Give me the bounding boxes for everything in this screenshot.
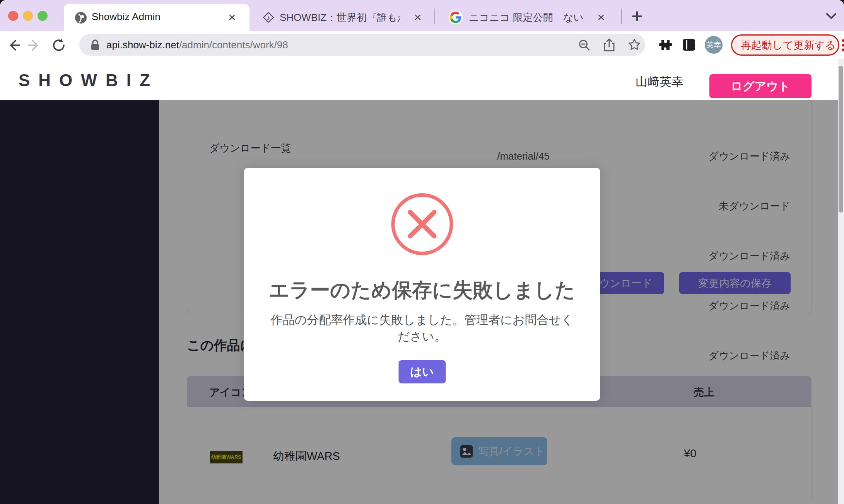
browser-menu-kebab-icon[interactable] xyxy=(841,38,844,53)
close-icon[interactable]: × xyxy=(414,10,422,24)
scrollbar-thumb[interactable] xyxy=(839,66,843,213)
confirm-button[interactable]: はい xyxy=(398,360,446,383)
traffic-light-close[interactable] xyxy=(8,11,18,21)
tab-title: Showbiz Admin xyxy=(92,11,161,23)
tab-search-chevron-icon[interactable] xyxy=(825,12,837,20)
tab-divider xyxy=(621,9,622,24)
logout-button[interactable]: ログアウト xyxy=(709,74,812,98)
forward-icon[interactable] xyxy=(27,38,42,53)
reload-icon[interactable] xyxy=(51,37,67,53)
traffic-light-minimize[interactable] xyxy=(23,11,33,21)
relaunch-update-button[interactable]: 再起動して更新する xyxy=(731,34,839,56)
tab-title: ニコニコ 限定公開 ない - Goog xyxy=(469,11,585,24)
traffic-light-zoom[interactable] xyxy=(38,11,48,21)
tab-niconico[interactable]: ニコニコ 限定公開 ない - Goog × xyxy=(438,4,614,31)
close-icon[interactable]: × xyxy=(228,10,236,24)
browser-window: Showbiz Admin × ♪ SHOWBIZ：世界初『誰もがタイ × ニコ… xyxy=(0,0,844,504)
extensions-puzzle-icon[interactable] xyxy=(658,38,672,52)
app-header: SHOWBIZ 山﨑英幸 ログアウト xyxy=(0,59,844,100)
profile-avatar[interactable]: 英幸 xyxy=(705,36,723,54)
url-host: api.show-biz.net xyxy=(106,39,179,51)
showbiz-logo: SHOWBIZ xyxy=(19,71,159,90)
tab-divider xyxy=(434,9,435,24)
error-x-icon xyxy=(391,193,453,255)
google-icon xyxy=(449,10,463,24)
new-tab-icon[interactable] xyxy=(631,10,643,22)
error-dialog-title: エラーのため保存に失敗しました xyxy=(244,277,600,304)
zoom-out-icon[interactable] xyxy=(578,39,591,52)
close-icon[interactable]: × xyxy=(597,10,605,24)
globe-icon xyxy=(75,12,87,24)
bookmark-star-icon[interactable] xyxy=(628,38,641,51)
back-icon[interactable] xyxy=(6,38,21,53)
share-icon[interactable] xyxy=(603,38,615,52)
tab-title: SHOWBIZ：世界初『誰もがタイ xyxy=(280,11,400,24)
user-name: 山﨑英幸 xyxy=(636,74,683,90)
music-note-icon: ♪ xyxy=(262,11,275,24)
relaunch-update-label: 再起動して更新する xyxy=(741,38,836,52)
side-panel-icon[interactable] xyxy=(682,39,695,51)
tab-strip: Showbiz Admin × ♪ SHOWBIZ：世界初『誰もがタイ × ニコ… xyxy=(0,0,844,31)
error-dialog-message: 作品の分配率作成に失敗しました。管理者にお問合せください。 xyxy=(267,312,577,345)
svg-text:♪: ♪ xyxy=(267,14,270,22)
lock-icon xyxy=(90,39,100,51)
url-bar[interactable]: api.show-biz.net/admin/contents/work/98 xyxy=(79,34,645,56)
tab-showbiz-site[interactable]: ♪ SHOWBIZ：世界初『誰もがタイ × xyxy=(253,4,429,31)
browser-toolbar: api.show-biz.net/admin/contents/work/98 … xyxy=(0,31,844,59)
error-dialog: エラーのため保存に失敗しました 作品の分配率作成に失敗しました。管理者にお問合せ… xyxy=(244,168,600,401)
url-path: /admin/contents/work/98 xyxy=(179,39,288,51)
tab-showbiz-admin[interactable]: Showbiz Admin × xyxy=(64,4,249,31)
